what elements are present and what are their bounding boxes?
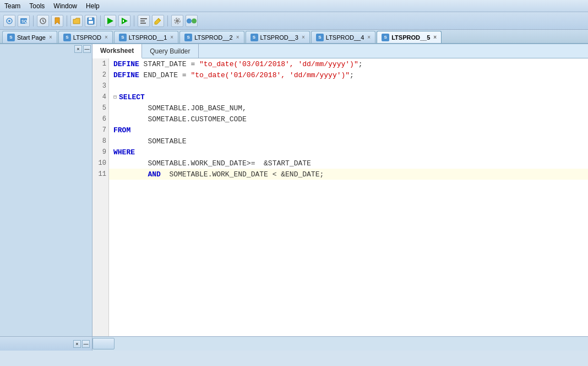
tab-ltsprod-icon: S xyxy=(63,34,71,41)
line-num-10: 10 xyxy=(92,158,108,169)
format-icon[interactable] xyxy=(138,15,150,27)
line-num-1: 1 xyxy=(92,58,108,69)
horizontal-scrollbar[interactable] xyxy=(92,337,588,351)
code-line-8: SOMETABLE xyxy=(109,136,588,147)
toolbar: SQL xyxy=(0,12,588,30)
svg-rect-7 xyxy=(89,21,93,24)
toolbar-separator-1 xyxy=(33,15,34,26)
tab-ltsprod5-label: LTSPROD__5 xyxy=(391,34,430,41)
editor-area: Worksheet Query Builder 1 2 3 4 5 6 7 8 … xyxy=(92,44,588,336)
svg-rect-12 xyxy=(140,20,145,21)
tab-ltsprod-label: LTSPROD xyxy=(73,34,101,41)
tabs-row: S Start Page × S LTSPROD × S LTSPROD__1 … xyxy=(0,30,588,44)
line-num-5: 5 xyxy=(92,103,108,114)
run-icon[interactable] xyxy=(104,15,116,27)
tab-ltsprod2-label: LTSPROD__2 xyxy=(194,34,233,41)
code-line-2: DEFINE END_DATE = "to_date('01/06/2018',… xyxy=(109,69,588,80)
toolbar-separator-5 xyxy=(167,15,168,26)
sub-tab-query-builder[interactable]: Query Builder xyxy=(142,44,198,58)
line-num-7: 7 xyxy=(92,125,108,136)
tab-ltsprod1-icon: S xyxy=(119,34,127,41)
svg-marker-9 xyxy=(122,18,128,24)
code-line-4: ⊟SELECT xyxy=(109,92,588,103)
tab-start-icon: S xyxy=(7,34,15,41)
tab-ltsprod3-label: LTSPROD__3 xyxy=(260,34,299,41)
tab-ltsprod-close[interactable]: × xyxy=(105,34,108,40)
menu-team[interactable]: Team xyxy=(4,2,20,10)
svg-point-1 xyxy=(8,20,10,22)
svg-marker-8 xyxy=(107,18,113,24)
history-icon[interactable] xyxy=(37,15,49,27)
toolbar-separator-4 xyxy=(134,15,134,26)
toolbar-separator-2 xyxy=(67,15,67,26)
tab-ltsprod2-close[interactable]: × xyxy=(236,34,239,40)
svg-point-15 xyxy=(176,19,179,23)
code-content[interactable]: DEFINE START_DATE = "to_date('03/01/2018… xyxy=(109,58,588,336)
tab-ltsprod4[interactable]: S LTSPROD__4 × xyxy=(311,31,375,43)
tab-ltsprod1[interactable]: S LTSPROD__1 × xyxy=(114,31,178,43)
connect-button[interactable]: SQL xyxy=(18,15,30,27)
menu-window[interactable]: Window xyxy=(53,2,77,10)
svg-point-18 xyxy=(192,18,197,23)
tab-ltsprod5[interactable]: S LTSPROD__5 × xyxy=(377,31,442,43)
tab-ltsprod5-icon: S xyxy=(382,34,389,41)
tab-ltsprod2-icon: S xyxy=(184,34,192,41)
code-line-3 xyxy=(109,80,588,92)
tab-start-label: Start Page xyxy=(17,34,46,41)
tab-ltsprod4-icon: S xyxy=(316,34,324,41)
panel-controls: × — xyxy=(74,45,91,53)
tab-ltsprod1-close[interactable]: × xyxy=(170,34,173,40)
connection-icon[interactable] xyxy=(3,15,15,27)
bottom-close-btn[interactable]: × xyxy=(73,340,81,348)
line-numbers: 1 2 3 4 5 6 7 8 9 10 11 xyxy=(92,58,109,336)
svg-text:SQL: SQL xyxy=(21,19,28,24)
line-num-9: 9 xyxy=(92,147,108,158)
tab-ltsprod3-close[interactable]: × xyxy=(302,34,305,40)
code-editor[interactable]: 1 2 3 4 5 6 7 8 9 10 11 DEFINE START_DAT… xyxy=(92,58,588,336)
extra-icon[interactable] xyxy=(186,15,198,27)
panel-close-btn[interactable]: × xyxy=(74,45,82,53)
tab-ltsprod3[interactable]: S LTSPROD__3 × xyxy=(246,31,310,43)
code-line-7: FROM xyxy=(109,125,588,136)
bottom-minimize-btn[interactable]: — xyxy=(82,340,90,348)
settings-icon[interactable] xyxy=(171,15,183,27)
tab-start-close[interactable]: × xyxy=(49,34,52,40)
line-num-11: 11 xyxy=(92,169,108,180)
sub-tab-worksheet[interactable]: Worksheet xyxy=(92,44,142,58)
bottom-panel: × — xyxy=(0,336,588,351)
svg-rect-11 xyxy=(140,18,147,19)
save-icon[interactable] xyxy=(85,15,97,27)
code-line-5: SOMETABLE.JOB_BASE_NUM, xyxy=(109,103,588,114)
debug-icon[interactable] xyxy=(118,15,130,27)
scrollbar-thumb[interactable] xyxy=(92,338,115,349)
tab-ltsprod1-label: LTSPROD__1 xyxy=(129,34,167,41)
tab-ltsprod5-close[interactable]: × xyxy=(433,34,437,40)
tab-ltsprod4-close[interactable]: × xyxy=(367,34,371,40)
tab-start-page[interactable]: S Start Page × xyxy=(2,31,57,43)
line-num-8: 8 xyxy=(92,136,108,147)
svg-rect-13 xyxy=(140,23,146,24)
edit-icon[interactable] xyxy=(152,15,164,27)
sub-tabs: Worksheet Query Builder xyxy=(92,44,588,58)
bottom-panel-left: × — xyxy=(0,337,92,351)
tab-ltsprod4-label: LTSPROD__4 xyxy=(326,34,364,41)
menu-help[interactable]: Help xyxy=(86,2,100,10)
menu-bar: Team Tools Window Help xyxy=(0,0,588,12)
code-line-11: AND SOMETABLE.WORK_END_DATE < &END_DATE; xyxy=(109,169,588,180)
tab-ltsprod2[interactable]: S LTSPROD__2 × xyxy=(179,31,244,43)
line-num-6: 6 xyxy=(92,114,108,125)
panel-minimize-btn[interactable]: — xyxy=(83,45,91,53)
line-num-3: 3 xyxy=(92,80,108,92)
bookmarks-icon[interactable] xyxy=(51,15,63,27)
svg-rect-10 xyxy=(123,20,124,22)
toolbar-separator-3 xyxy=(100,15,101,26)
code-line-6: SOMETABLE.CUSTOMER_CODE xyxy=(109,114,588,125)
menu-tools[interactable]: Tools xyxy=(29,2,45,10)
code-line-1: DEFINE START_DATE = "to_date('03/01/2018… xyxy=(109,58,588,69)
open-icon[interactable] xyxy=(70,15,83,27)
tab-ltsprod[interactable]: S LTSPROD × xyxy=(58,31,113,43)
svg-point-17 xyxy=(187,18,192,23)
main-area: × — Worksheet Query Builder 1 2 3 4 5 6 … xyxy=(0,44,588,336)
line-num-4: 4 xyxy=(92,92,108,103)
code-line-9: WHERE xyxy=(109,147,588,158)
